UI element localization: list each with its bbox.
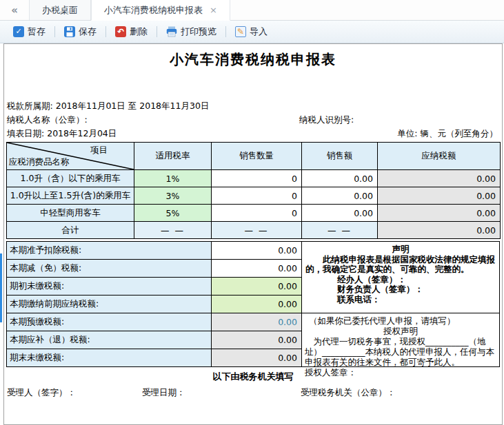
sales-amount-input[interactable]: 0.00 — [302, 187, 378, 205]
fill-date: 填表日期: 2018年12月04日 — [7, 128, 117, 140]
supplement-refund-tax-cell: 0.00 — [212, 331, 302, 349]
toolbar-separator — [225, 26, 226, 37]
toolbar-separator — [105, 26, 106, 37]
summary-row: 本期缴纳前期应纳税额: 0.00 — [7, 296, 302, 313]
table-row: 1.0升（含）以下的乘用车 1% 0 0.00 0.00 — [7, 170, 501, 187]
total-tax-cell: 0.00 — [378, 222, 501, 239]
summary-row: 本期准予扣除税额: 0.00 — [7, 242, 302, 260]
authority-section-heading: 以下由税务机关填写 — [4, 371, 502, 383]
import-label: 导入 — [250, 25, 268, 38]
summary-row: 期初未缴税额: 0.00 — [7, 278, 302, 296]
temp-save-button[interactable]: ✓ 暂存 — [7, 23, 52, 41]
summary-row: 本期应补（退）税额: 0.00 — [7, 331, 302, 349]
deductible-tax-input[interactable]: 0.00 — [212, 242, 302, 260]
toolbar-separator — [54, 26, 55, 37]
sales-amount-input[interactable]: 0.00 — [302, 205, 378, 222]
item-name: 1.0升以上至1.5升(含)的乘用车 — [7, 187, 134, 205]
supplement-refund-tax-label: 本期应补（退）税额: — [7, 331, 212, 349]
header-tax-rate: 适用税率 — [134, 143, 212, 170]
unit-note: 单位: 辆、元（列至角分） — [397, 128, 498, 140]
header-tax-payable: 应纳税额 — [378, 143, 501, 170]
tab-car-consumption-tax-form[interactable]: 小汽车消费税纳税申报表 × — [91, 0, 230, 21]
sales-qty-input[interactable]: 0 — [212, 170, 302, 187]
tab-tax-desktop[interactable]: 办税桌面 — [29, 0, 91, 20]
summary-row: 本期预缴税额: 0.00 — [7, 313, 302, 331]
print-preview-label: 打印预览 — [181, 25, 216, 38]
summary-table: 本期准予扣除税额: 0.00 本期减（免）税额: 0.00 期初未缴税额: 0.… — [6, 241, 302, 367]
header-sales-amount: 销售额 — [302, 143, 378, 170]
tax-items-table: 项目 应税消费品名称 适用税率 销售数量 销售额 应纳税额 1.0升（含）以下的… — [6, 142, 501, 239]
total-sales-cell: — — — [302, 222, 378, 239]
tax-rate-cell: 3% — [134, 187, 212, 205]
total-qty-cell: — — — [212, 222, 302, 239]
reduced-exempt-tax-input[interactable]: 0.00 — [212, 260, 302, 278]
delete-label: 删除 — [130, 25, 148, 38]
summary-row: 期末未缴税额: 0.00 — [7, 349, 302, 367]
pencil-box-icon: ✎ — [235, 26, 246, 37]
contact-phone-label: 联系电话： — [337, 295, 496, 305]
collapse-tabs-button[interactable]: « — [0, 0, 29, 20]
left-scrollbar-thumb[interactable] — [0, 253, 2, 322]
item-name: 1.0升（含）以下的乘用车 — [7, 170, 134, 187]
total-label: 合计 — [7, 222, 134, 239]
tab-label: 小汽车消费税纳税申报表 — [104, 4, 203, 17]
authorization-note: （如果你已委托代理人申报，请填写） — [305, 315, 496, 326]
summary-section: 本期准予扣除税额: 0.00 本期减（免）税额: 0.00 期初未缴税额: 0.… — [6, 241, 500, 367]
prepaid-tax-label: 本期预缴税额: — [7, 313, 212, 331]
declaration-box: 声明 此纳税申报表是根据国家税收法律的规定填报的，我确定它是真实的、可靠的、完整… — [301, 241, 500, 313]
header-item: 项目 — [90, 145, 108, 156]
acceptance-date-label: 受理日期： — [142, 387, 185, 399]
tax-period: 税款所属期: 2018年11月01日 至 2018年11月30日 — [7, 101, 209, 112]
receiver-signature-label: 受理人（签字）： — [7, 387, 76, 399]
total-row: 合计 — — — — — — 0.00 — [7, 222, 501, 239]
sales-qty-input[interactable]: 0 — [212, 187, 302, 205]
opening-unpaid-tax-label: 期初未缴税额: — [7, 278, 212, 296]
temp-save-label: 暂存 — [28, 25, 46, 38]
deductible-tax-label: 本期准予扣除税额: — [7, 242, 212, 260]
agent-signature-label: 经办人（签章）： — [337, 275, 496, 285]
sales-amount-input[interactable]: 0.00 — [302, 170, 378, 187]
tax-payable-cell: 0.00 — [378, 170, 501, 187]
taxpayer-name-label: 纳税人名称（公章）: — [7, 114, 88, 126]
paid-prior-period-tax-label: 本期缴纳前期应纳税额: — [7, 296, 212, 313]
closing-unpaid-tax-cell: 0.00 — [212, 349, 302, 367]
import-button[interactable]: ✎ 导入 — [229, 23, 274, 41]
table-row: 1.0升以上至1.5升(含)的乘用车 3% 0 0.00 0.00 — [7, 187, 501, 205]
table-header-row: 项目 应税消费品名称 适用税率 销售数量 销售额 应纳税额 — [7, 143, 501, 170]
delete-button[interactable]: ↶ 删除 — [109, 23, 154, 41]
header-taxable-goods-name: 应税消费品名称 — [9, 156, 70, 168]
authorization-box: （如果你已委托代理人申报，请填写） 授权声明 为代理一切税务事宜，现授权____… — [301, 313, 500, 367]
tab-label: 办税桌面 — [42, 4, 78, 17]
accepting-authority-label: 受理税务机关（公章）： — [301, 387, 396, 399]
reduced-exempt-tax-label: 本期减（免）税额: — [7, 260, 212, 278]
sales-qty-input[interactable]: 0 — [212, 205, 302, 222]
prepaid-tax-link[interactable]: 0.00 — [212, 313, 302, 331]
check-square-icon: ✓ — [13, 26, 24, 37]
authorization-body: 为代理一切税务事宜，现授权__________（地址）__________本纳税… — [305, 336, 496, 367]
form-title: 小汽车消费税纳税申报表 — [4, 50, 502, 69]
diagonal-header-cell: 项目 应税消费品名称 — [7, 143, 134, 170]
toolbar-separator — [157, 26, 157, 37]
opening-unpaid-tax-input[interactable]: 0.00 — [212, 278, 302, 296]
tax-payable-cell: 0.00 — [378, 187, 501, 205]
paid-prior-period-tax-input[interactable]: 0.00 — [212, 296, 302, 313]
toolbar: ✓ 暂存 保存 ↶ 删除 打印预览 ✎ 导入 — [0, 21, 504, 43]
item-name: 中轻型商用客车 — [7, 205, 134, 222]
close-tab-icon[interactable]: × — [210, 5, 217, 15]
save-button[interactable]: 保存 — [58, 23, 103, 41]
save-label: 保存 — [79, 25, 97, 38]
undo-arrow-icon: ↶ — [115, 26, 126, 37]
total-rate-cell: — — — [134, 222, 212, 239]
taxpayer-id-label: 纳税人识别号: — [299, 114, 354, 126]
print-preview-button[interactable]: 打印预览 — [160, 23, 223, 41]
declaration-body: 此纳税申报表是根据国家税收法律的规定填报的，我确定它是真实的、可靠的、完整的。 — [305, 255, 496, 275]
floppy-disk-icon — [64, 26, 75, 37]
tax-payable-cell: 0.00 — [378, 205, 501, 222]
table-row: 中轻型商用客车 5% 0 0.00 0.00 — [7, 205, 501, 222]
tax-rate-cell: 5% — [134, 205, 212, 222]
app-window: « 办税桌面 小汽车消费税纳税申报表 × ✓ 暂存 保存 ↶ 删除 打印预览 — [0, 0, 504, 425]
double-chevron-left-icon: « — [11, 4, 18, 17]
tax-rate-cell: 1% — [134, 170, 212, 187]
declaration-heading: 声明 — [305, 245, 496, 255]
form-page: 小汽车消费税纳税申报表 税款所属期: 2018年11月01日 至 2018年11… — [3, 43, 503, 425]
